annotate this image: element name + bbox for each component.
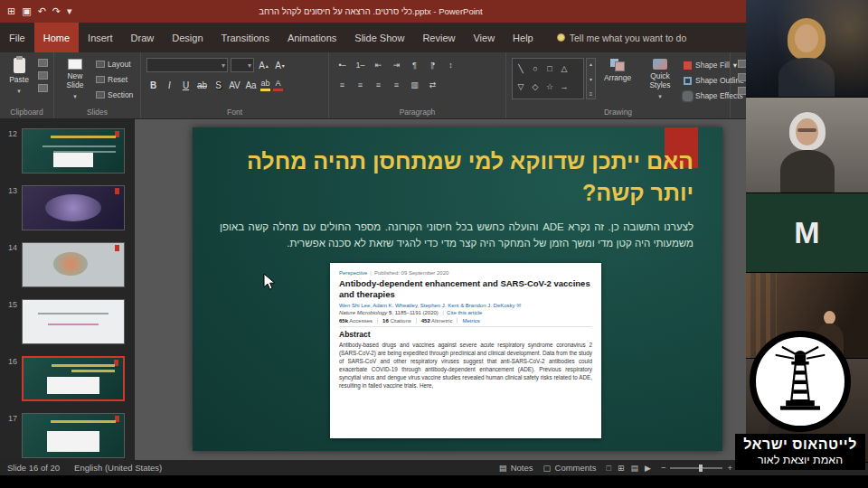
text-direction-button[interactable]: ⇄ [425,78,440,92]
numbering-button[interactable]: 1– [353,58,368,72]
font-size-select[interactable]: ▾ [231,58,254,72]
shape-line-icon[interactable]: ╲ [514,61,527,77]
tab-slide-show[interactable]: Slide Show [345,23,413,52]
article-meta: Perspective|Published: 09 September 2020 [339,270,592,276]
font-name-select[interactable]: ▾ [146,58,228,72]
zoom-slider-thumb[interactable] [699,465,703,472]
reading-view-icon[interactable]: ▤ [630,464,638,473]
app-grid-icon[interactable]: ⊞ [7,5,15,17]
arrange-button[interactable]: Arrange [600,56,635,107]
strikethrough-button[interactable]: ab [195,78,209,92]
thumbnail-row-14[interactable]: 14 [4,242,125,287]
shape-triangle-down-icon[interactable]: ▽ [514,79,527,95]
thumbnail-row-17[interactable]: 17 [4,413,125,458]
italic-button[interactable]: I [163,78,176,92]
tab-review[interactable]: Review [413,23,464,52]
language-indicator[interactable]: English (United States) [74,463,162,473]
participant-silhouette [780,150,835,193]
section-button[interactable]: Section [96,88,133,101]
video-participant-2[interactable] [746,98,868,193]
shape-star-icon[interactable]: ☆ [543,79,556,95]
thumbnail-row-15[interactable]: 15 [4,299,125,344]
thumbnail-row-12[interactable]: 12 [4,128,125,174]
quick-styles-button[interactable]: Quick Styles ▾ [640,56,680,107]
slide-title[interactable]: האם ייתכן שדווקא למי שמתחסן תהיה מחלה יו… [220,145,693,209]
shape-outline-icon [684,77,692,85]
cut-icon[interactable] [38,59,48,67]
shape-diamond-icon[interactable]: ◇ [529,79,542,95]
redo-icon[interactable]: ↷ [52,5,61,17]
gallery-up-icon[interactable]: ▴ [590,61,592,67]
underline-button[interactable]: U [179,78,193,92]
align-right-button[interactable]: ≡ [335,78,350,92]
tab-transitions[interactable]: Transitions [212,23,278,52]
shapes-gallery-scroll[interactable]: ▴ ▾ ≡ [586,58,596,99]
tab-design[interactable]: Design [163,23,212,52]
character-spacing-button[interactable]: AV [228,78,241,92]
layout-button[interactable]: Layout [96,57,133,70]
thumbnail-row-13[interactable]: 13 [4,185,125,230]
gallery-more-icon[interactable]: ≡ [590,91,593,97]
slide-sorter-view-icon[interactable]: ⊞ [618,464,625,473]
font-color-button[interactable]: A [273,79,283,91]
video-participant-1[interactable] [746,0,868,98]
rtl-direction-button[interactable]: ¶ [425,58,440,72]
shape-arrow-icon[interactable]: → [558,79,571,95]
text-highlight-button[interactable]: ab [260,79,270,91]
tab-view[interactable]: View [464,23,504,52]
slide-13-thumbnail[interactable] [22,185,125,230]
shapes-gallery[interactable]: ╲ ○ □ △ ▽ ◇ ☆ → [512,58,584,99]
article-screenshot[interactable]: Perspective|Published: 09 September 2020… [330,263,601,438]
notes-button[interactable]: ▤Notes [499,463,533,473]
align-left-button[interactable]: ≡ [371,78,386,92]
line-spacing-button[interactable]: ↕ [443,58,458,72]
drawing-group-label: Drawing [506,108,730,117]
slide-17-thumbnail[interactable] [22,413,125,458]
undo-icon[interactable]: ↶ [38,5,46,17]
qat-customize-icon[interactable]: ▾ [67,5,72,17]
slide-14-thumbnail[interactable] [22,242,125,287]
save-icon[interactable]: ▣ [22,5,31,17]
slide-12-thumbnail[interactable] [22,128,125,174]
zoom-slider[interactable] [670,467,722,469]
change-case-button[interactable]: Aa [244,78,258,92]
new-slide-button[interactable]: New Slide ▾ [58,56,92,107]
slide-16-thumbnail-selected[interactable] [22,356,125,401]
tab-home[interactable]: Home [34,23,79,52]
copy-icon[interactable] [38,71,48,80]
zoom-in-icon[interactable]: + [727,463,732,473]
slide-body-text[interactable]: לצערנו התשובה כן. זה נקרא ADE והועלה כחש… [220,220,693,252]
ltr-direction-button[interactable]: ¶ [407,58,422,72]
increase-font-size-button[interactable]: A▴ [257,58,270,72]
thumbnail-row-16[interactable]: 16 [4,356,125,401]
gallery-down-icon[interactable]: ▾ [590,76,592,82]
normal-view-icon[interactable]: □ [606,464,610,473]
decrease-indent-button[interactable]: ⇤ [371,58,386,72]
tell-me-box[interactable]: Tell me what you want to do [557,23,687,52]
tab-animations[interactable]: Animations [278,23,345,52]
columns-button[interactable]: ▥ [407,78,422,92]
video-participant-3-initial[interactable]: M [746,193,868,273]
slideshow-view-icon[interactable]: ▶ [645,464,651,473]
format-painter-icon[interactable] [38,84,48,92]
reset-button[interactable]: Reset [96,72,133,86]
justify-button[interactable]: ≡ [389,78,404,92]
tab-file[interactable]: File [0,23,34,52]
paste-button[interactable]: Paste ▾ [2,56,36,107]
align-center-button[interactable]: ≡ [353,78,368,92]
tab-help[interactable]: Help [504,23,542,52]
text-shadow-button[interactable]: S [212,78,225,92]
zoom-control[interactable]: − + [661,463,732,473]
slide-15-thumbnail[interactable] [22,299,125,344]
increase-indent-button[interactable]: ⇥ [389,58,404,72]
shape-rect-icon[interactable]: □ [543,61,556,77]
tab-draw[interactable]: Draw [122,23,164,52]
shape-triangle-icon[interactable]: △ [558,61,571,77]
bold-button[interactable]: B [146,78,160,92]
decrease-font-size-button[interactable]: A▾ [273,58,287,72]
comments-button[interactable]: ▢Comments [543,463,597,473]
shape-oval-icon[interactable]: ○ [529,61,542,77]
zoom-out-icon[interactable]: − [661,463,666,473]
tab-insert[interactable]: Insert [79,23,122,52]
bullets-button[interactable]: •– [335,58,350,72]
